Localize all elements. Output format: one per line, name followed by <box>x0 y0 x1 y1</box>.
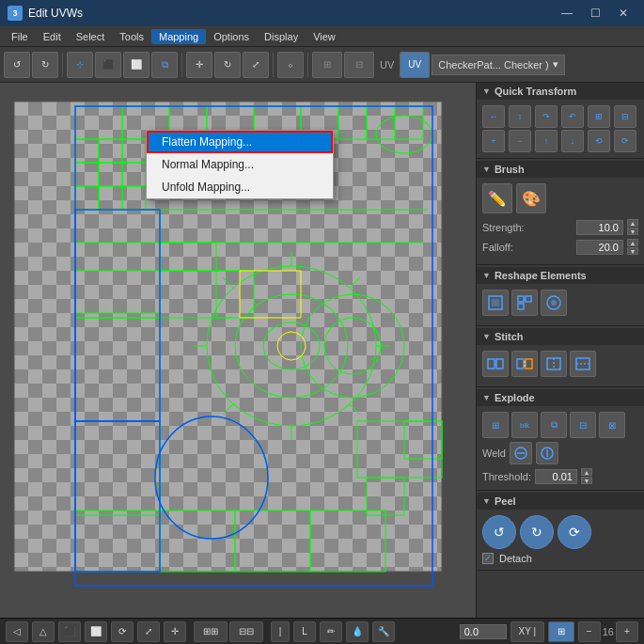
tb-scale[interactable]: ⤢ <box>243 52 269 78</box>
status-btn-2[interactable]: △ <box>32 621 55 642</box>
reshape-btn-2[interactable] <box>511 290 538 316</box>
qt-btn-4[interactable]: ↶ <box>561 105 584 128</box>
status-btn-rot[interactable]: ⟳ <box>111 621 134 642</box>
explode-btn-1[interactable]: ⊞ <box>482 412 509 438</box>
scale-down[interactable]: − <box>578 621 601 642</box>
menu-select[interactable]: Select <box>69 29 113 44</box>
eyedrop-tool[interactable]: 💧 <box>346 621 369 642</box>
weld-btn-1[interactable] <box>510 442 532 464</box>
menu-file[interactable]: File <box>4 29 36 44</box>
mapping-dropdown[interactable]: Flatten Mapping... Normal Mapping... Unf… <box>146 130 334 199</box>
strength-up[interactable]: ▲ <box>627 219 638 227</box>
qt-btn-10[interactable]: ↓ <box>561 130 584 152</box>
tb-select-face[interactable]: ⬜ <box>123 52 149 78</box>
brush-header[interactable]: ▼ Brush <box>477 161 644 178</box>
coord-input[interactable] <box>460 624 507 639</box>
threshold-up[interactable]: ▲ <box>581 468 592 476</box>
reshape-header[interactable]: ▼ Reshape Elements <box>477 267 644 284</box>
menu-view[interactable]: View <box>306 29 343 44</box>
status-btn-1[interactable]: ◁ <box>6 621 28 642</box>
close-button[interactable]: ✕ <box>610 4 636 23</box>
peel-btn-3[interactable]: ⟳ <box>558 515 591 549</box>
dropdown-normal[interactable]: Normal Mapping... <box>147 153 333 176</box>
qt-btn-11[interactable]: ⟲ <box>588 130 610 152</box>
qt-btn-6[interactable]: ⊟ <box>614 105 636 128</box>
stitch-btn-3[interactable] <box>541 351 567 377</box>
detach-checkbox[interactable] <box>482 553 494 564</box>
status-btn-3[interactable]: ⬛ <box>58 621 81 642</box>
snap-tool[interactable]: 🔧 <box>372 621 395 642</box>
svg-rect-50 <box>160 243 216 271</box>
tb-checker-toggle[interactable]: ⊞ <box>312 52 342 78</box>
status-btn-move[interactable]: ✛ <box>164 621 186 642</box>
peel-btn-1[interactable]: ↺ <box>482 515 516 549</box>
explode-btn-2[interactable]: blk <box>511 412 538 438</box>
reshape-btn-1[interactable] <box>482 290 509 316</box>
menu-display[interactable]: Display <box>257 29 306 44</box>
explode-btn-5[interactable]: ⊠ <box>599 412 625 438</box>
rotate-tool[interactable]: L <box>293 621 316 642</box>
qt-btn-3[interactable]: ↷ <box>535 105 558 128</box>
tb-rotate[interactable]: ↻ <box>214 52 241 78</box>
strength-down[interactable]: ▼ <box>627 228 638 235</box>
scale-up[interactable]: + <box>616 621 638 642</box>
tb-redo[interactable]: ↻ <box>32 52 58 78</box>
brush-paint-icon[interactable]: ✏️ <box>482 183 512 213</box>
weld-btn-2[interactable] <box>536 442 558 464</box>
menu-tools[interactable]: Tools <box>112 29 151 44</box>
snap-btn-2[interactable]: ⊟⊟ <box>229 621 263 642</box>
stitch-btn-1[interactable] <box>482 351 509 377</box>
tb-select-vertex[interactable]: ⊹ <box>67 52 93 78</box>
minimize-button[interactable]: — <box>554 4 580 23</box>
qt-btn-12[interactable]: ⟳ <box>614 130 636 152</box>
dropdown-unfold[interactable]: Unfold Mapping... <box>147 176 333 198</box>
qt-btn-8[interactable]: − <box>509 130 531 152</box>
stitch-btn-2[interactable] <box>511 351 538 377</box>
stitch-btn-4[interactable] <box>570 351 596 377</box>
move-tool-v[interactable]: | <box>271 621 290 642</box>
qt-btn-7[interactable]: + <box>482 130 505 152</box>
xy-toggle[interactable]: XY | <box>510 621 544 642</box>
tb-select-edge[interactable]: ⬛ <box>95 52 121 78</box>
status-btn-s[interactable]: ⤢ <box>137 621 160 642</box>
status-btn-4[interactable]: ⬜ <box>85 621 107 642</box>
explode-btn-3[interactable]: ⧉ <box>541 412 567 438</box>
threshold-input[interactable] <box>535 469 577 484</box>
qt-label: Quick Transform <box>495 86 576 97</box>
paint-tool[interactable]: ✏ <box>320 621 342 642</box>
map-btn[interactable]: ⊞ <box>548 621 574 642</box>
tb-move[interactable]: ✛ <box>186 52 212 78</box>
falloff-down[interactable]: ▼ <box>627 247 638 255</box>
uv-viewport[interactable]: Flatten Mapping... Normal Mapping... Unf… <box>0 83 477 618</box>
maximize-button[interactable]: ☐ <box>582 4 608 23</box>
threshold-down[interactable]: ▼ <box>581 477 592 484</box>
snap-btn-1[interactable]: ⊞⊞ <box>194 621 228 642</box>
brush-alt-icon[interactable]: 🎨 <box>516 183 546 213</box>
explode-btn-4[interactable]: ⊟ <box>570 412 596 438</box>
qt-btn-9[interactable]: ↑ <box>535 130 558 152</box>
stitch-header[interactable]: ▼ Stitch <box>477 328 644 345</box>
explode-header[interactable]: ▼ Explode <box>477 389 644 406</box>
tb-uv-icon[interactable]: UV <box>400 52 430 78</box>
tb-select-element[interactable]: ⧉ <box>151 52 178 78</box>
quick-transform-header[interactable]: ▼ Quick Transform <box>477 83 644 100</box>
reshape-btn-3[interactable] <box>541 290 567 316</box>
tb-checker-alt[interactable]: ⊟ <box>344 52 374 78</box>
peel-btn-2[interactable]: ↻ <box>520 515 554 549</box>
menu-options[interactable]: Options <box>206 29 257 44</box>
svg-rect-43 <box>367 478 404 515</box>
falloff-up[interactable]: ▲ <box>627 239 638 246</box>
tb-freeform[interactable]: ⬦ <box>277 52 304 78</box>
menu-edit[interactable]: Edit <box>36 29 69 44</box>
menu-mapping[interactable]: Mapping <box>151 29 206 44</box>
falloff-input[interactable] <box>576 240 623 255</box>
detach-row: Detach <box>482 553 638 564</box>
dropdown-flatten[interactable]: Flatten Mapping... <box>147 131 333 153</box>
peel-header[interactable]: ▼ Peel <box>477 493 644 510</box>
strength-input[interactable] <box>576 220 623 235</box>
qt-btn-2[interactable]: ↕ <box>509 105 531 128</box>
checker-dropdown[interactable]: CheckerPat... Checker ) ▾ <box>432 55 564 75</box>
qt-btn-5[interactable]: ⊞ <box>588 105 610 128</box>
qt-btn-1[interactable]: ↔ <box>482 105 505 128</box>
tb-undo[interactable]: ↺ <box>4 52 30 78</box>
